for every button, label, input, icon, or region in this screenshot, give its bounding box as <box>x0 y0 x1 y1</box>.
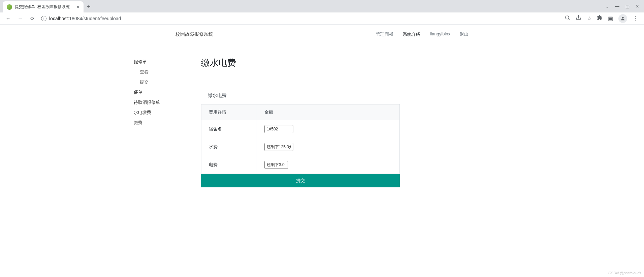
maximize-icon[interactable]: ▢ <box>625 4 630 9</box>
side-panel-icon[interactable]: ▣ <box>608 15 613 22</box>
sidebar-item-pay[interactable]: 缴费 <box>134 118 201 128</box>
site-info-icon[interactable]: i <box>41 16 46 21</box>
chevron-down-icon[interactable]: ⌄ <box>605 4 609 9</box>
sidebar-item-pending-cancel[interactable]: 待取消报修单 <box>134 97 201 107</box>
table-row: 宿舍名 <box>201 120 400 138</box>
main-panel: 缴水电费 缴水电费 费用详情 金额 宿舍名 <box>201 57 400 187</box>
bookmark-icon[interactable]: ☆ <box>587 15 591 22</box>
sidebar-item-utility-fee[interactable]: 水电缴费 <box>134 107 201 118</box>
url-path: /student/feeupload <box>82 16 121 21</box>
new-tab-button[interactable]: + <box>87 3 91 10</box>
url-host: localhost <box>49 16 68 21</box>
page-title: 缴水电费 <box>201 57 400 73</box>
nav-admin-panel[interactable]: 管理面板 <box>376 31 393 37</box>
browser-toolbar: ← → ⟳ i localhost:18084/student/feeuploa… <box>0 12 644 25</box>
table-header-detail: 费用详情 <box>201 104 257 120</box>
fee-form-fieldset: 缴水电费 费用详情 金额 宿舍名 水费 <box>201 93 400 187</box>
close-window-icon[interactable]: ✕ <box>636 4 639 9</box>
forward-button[interactable]: → <box>15 13 26 24</box>
fee-table: 费用详情 金额 宿舍名 水费 <box>201 104 400 174</box>
back-button[interactable]: ← <box>3 13 13 24</box>
site-brand: 校园故障报修系统 <box>175 31 213 37</box>
sidebar-item-view[interactable]: 查看 <box>134 67 201 77</box>
watermark: CSDN @pastclouds <box>608 271 641 275</box>
tab-favicon-icon <box>7 4 12 10</box>
fieldset-legend: 缴水电费 <box>205 93 229 99</box>
nav-logout[interactable]: 退出 <box>460 31 469 37</box>
top-nav: 管理面板 系统介绍 liangyibinx 退出 <box>376 31 469 37</box>
row-label-electric: 电费 <box>201 156 257 174</box>
nav-username[interactable]: liangyibinx <box>430 31 450 37</box>
minimize-icon[interactable]: — <box>615 4 619 9</box>
table-row: 水费 <box>201 138 400 156</box>
sidebar: 报修单 查看 提交 催单 待取消报修单 水电缴费 缴费 <box>134 57 201 187</box>
electric-fee-input[interactable] <box>264 161 288 169</box>
menu-icon[interactable]: ⋮ <box>633 15 638 22</box>
toolbar-actions: ☆ ▣ ⋮ <box>565 14 641 23</box>
submit-button[interactable]: 提交 <box>201 174 400 187</box>
row-label-water: 水费 <box>201 138 257 156</box>
address-bar[interactable]: i localhost:18084/student/feeupload <box>41 16 121 21</box>
dorm-name-input[interactable] <box>264 125 293 133</box>
extensions-icon[interactable] <box>597 15 603 22</box>
site-header: 校园故障报修系统 管理面板 系统介绍 liangyibinx 退出 <box>0 25 644 44</box>
row-label-dorm: 宿舍名 <box>201 120 257 138</box>
url-port: :18084 <box>68 16 82 21</box>
page-content: 校园故障报修系统 管理面板 系统介绍 liangyibinx 退出 报修单 查看… <box>0 25 644 277</box>
browser-tab[interactable]: 提交报修单_校园故障报修系统 × <box>3 1 84 12</box>
table-header-amount: 金额 <box>257 104 399 120</box>
table-row: 电费 <box>201 156 400 174</box>
sidebar-item-submit[interactable]: 提交 <box>134 77 201 87</box>
close-tab-icon[interactable]: × <box>77 4 79 10</box>
sidebar-item-reminder[interactable]: 催单 <box>134 87 201 97</box>
nav-system-intro[interactable]: 系统介绍 <box>403 31 420 37</box>
profile-icon[interactable] <box>618 14 627 23</box>
tab-title: 提交报修单_校园故障报修系统 <box>15 4 74 10</box>
water-fee-input[interactable] <box>264 143 293 151</box>
share-icon[interactable] <box>576 15 581 22</box>
svg-point-3 <box>622 17 623 18</box>
svg-point-0 <box>566 16 569 19</box>
svg-line-1 <box>569 19 570 20</box>
main-container: 报修单 查看 提交 催单 待取消报修单 水电缴费 缴费 缴水电费 缴水电费 费用… <box>134 44 400 187</box>
reload-button[interactable]: ⟳ <box>27 13 38 24</box>
search-icon[interactable] <box>565 15 570 22</box>
window-controls: ⌄ — ▢ ✕ <box>601 0 644 12</box>
sidebar-item-repair[interactable]: 报修单 <box>134 57 201 67</box>
browser-tab-strip: 提交报修单_校园故障报修系统 × + ⌄ — ▢ ✕ <box>0 0 644 12</box>
